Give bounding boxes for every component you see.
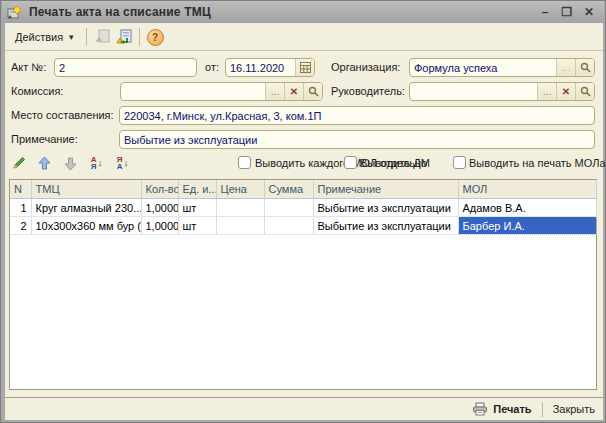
checkbox-dm-label: Выводить ДМ: [360, 157, 430, 169]
close-window-button[interactable]: Закрыть: [545, 401, 603, 417]
place-input[interactable]: [120, 107, 594, 124]
date-field[interactable]: [225, 58, 315, 77]
search-icon[interactable]: [303, 83, 322, 100]
window: Печать акта на списание ТМЦ – ❒ ✕ Действ…: [0, 0, 606, 423]
window-controls: – ❒ ✕: [538, 5, 596, 19]
cell-qty[interactable]: 1,0000: [141, 199, 178, 217]
calendar-icon[interactable]: [295, 59, 314, 76]
cell-tmc[interactable]: Круг алмазный 230...: [31, 199, 141, 217]
act-no-field[interactable]: [54, 58, 197, 77]
actions-menu-label: Действия: [15, 31, 63, 43]
window-title: Печать акта на списание ТМЦ: [29, 5, 211, 19]
form-icon: [7, 5, 23, 20]
manager-input[interactable]: [410, 83, 537, 100]
ellipsis-icon[interactable]: ...: [537, 83, 556, 100]
column-header-sum[interactable]: Сумма: [264, 180, 313, 199]
footer: Печать Закрыть: [5, 398, 603, 420]
titlebar: Печать акта на списание ТМЦ – ❒ ✕: [2, 1, 604, 23]
checkbox-print-mol[interactable]: [453, 156, 466, 169]
cell-mol-selected[interactable]: Барбер И.А.: [458, 217, 596, 235]
column-header-tmc[interactable]: ТМЦ: [31, 180, 141, 199]
column-header-note[interactable]: Примечание: [313, 180, 458, 199]
checkbox-print-mol-label: Выводить на печать МОЛа: [469, 157, 606, 169]
commission-input[interactable]: [121, 83, 265, 100]
column-header-unit[interactable]: Ед. и...: [178, 180, 216, 199]
cell-unit[interactable]: шт: [178, 217, 216, 235]
date-label: от:: [205, 61, 219, 73]
actions-menu-button[interactable]: Действия ▼: [8, 27, 82, 47]
items-grid: N ТМЦ Кол-во Ед. и... Цена Сумма Примеча…: [10, 180, 597, 235]
commission-label: Комиссия:: [11, 85, 63, 97]
toolbar-separator: [86, 28, 87, 46]
cell-sum[interactable]: [264, 199, 313, 217]
edit-pencil-icon[interactable]: [9, 154, 28, 173]
sort-ascending-icon[interactable]: А Я ↓: [87, 154, 106, 173]
toolbar-separator: [139, 28, 140, 46]
move-down-icon[interactable]: [61, 154, 80, 173]
minimize-button[interactable]: –: [538, 5, 552, 19]
table-header-row: N ТМЦ Кол-во Ед. и... Цена Сумма Примеча…: [10, 180, 596, 199]
cell-tmc[interactable]: 10x300x360 мм бур (...: [31, 217, 141, 235]
cell-note[interactable]: Выбытие из эксплуатации: [313, 199, 458, 217]
items-table[interactable]: N ТМЦ Кол-во Ед. и... Цена Сумма Примеча…: [9, 179, 597, 390]
organization-field[interactable]: ...: [409, 58, 595, 77]
note-field[interactable]: [119, 130, 595, 149]
cell-n[interactable]: 2: [10, 217, 31, 235]
close-button-label: Закрыть: [553, 403, 595, 415]
act-no-input[interactable]: [55, 59, 196, 76]
cell-unit[interactable]: шт: [178, 199, 216, 217]
close-button[interactable]: ✕: [582, 5, 596, 19]
place-label: Место составления:: [11, 109, 114, 121]
table-row[interactable]: 1 Круг алмазный 230... 1,0000 шт Выбытие…: [10, 199, 596, 217]
column-header-qty[interactable]: Кол-во: [141, 180, 178, 199]
note-label: Примечание:: [11, 133, 78, 145]
checkbox-dm[interactable]: [344, 156, 357, 169]
sort-descending-icon[interactable]: Я А ↓: [113, 154, 132, 173]
ellipsis-icon[interactable]: ...: [556, 59, 575, 76]
table-row[interactable]: 2 10x300x360 мм бур (... 1,0000 шт Выбыт…: [10, 217, 596, 235]
manager-label: Руководитель:: [331, 85, 405, 97]
date-input[interactable]: [226, 59, 295, 76]
column-header-price[interactable]: Цена: [216, 180, 264, 199]
commission-field[interactable]: ... ✕: [120, 82, 323, 101]
clear-icon[interactable]: ✕: [556, 83, 575, 100]
cell-note[interactable]: Выбытие из эксплуатации: [313, 217, 458, 235]
clear-icon[interactable]: ✕: [284, 83, 303, 100]
printer-icon: [472, 402, 488, 416]
manager-field[interactable]: ... ✕: [409, 82, 595, 101]
column-header-mol[interactable]: МОЛ: [458, 180, 596, 199]
cell-mol[interactable]: Адамов В.А.: [458, 199, 596, 217]
cell-sum[interactable]: [264, 217, 313, 235]
search-icon[interactable]: [575, 83, 594, 100]
act-no-label: Акт №:: [11, 61, 46, 73]
column-header-n[interactable]: N: [10, 180, 31, 199]
cell-price[interactable]: [216, 199, 264, 217]
ellipsis-icon[interactable]: ...: [265, 83, 284, 100]
toolbar: Действия ▼ ?: [5, 24, 603, 51]
cell-price[interactable]: [216, 217, 264, 235]
search-icon[interactable]: [575, 59, 594, 76]
move-up-icon[interactable]: [35, 154, 54, 173]
maximize-button[interactable]: ❒: [560, 5, 574, 19]
place-field[interactable]: [119, 106, 595, 125]
table-toolbar: А Я ↓ Я А ↓: [9, 153, 132, 173]
organization-input[interactable]: [410, 59, 556, 76]
note-input[interactable]: [120, 131, 594, 148]
organization-label: Организация:: [331, 61, 400, 73]
chevron-down-icon: ▼: [67, 33, 75, 42]
print-button-label: Печать: [493, 403, 531, 415]
cell-qty[interactable]: 1,0000: [141, 217, 178, 235]
restore-settings-icon[interactable]: [93, 28, 111, 46]
footer-separator: [542, 402, 543, 417]
save-settings-icon[interactable]: [115, 28, 133, 46]
print-button[interactable]: Печать: [464, 400, 539, 418]
cell-n[interactable]: 1: [10, 199, 31, 217]
checkbox-each-mol[interactable]: [238, 156, 251, 169]
help-icon[interactable]: ?: [146, 28, 164, 46]
